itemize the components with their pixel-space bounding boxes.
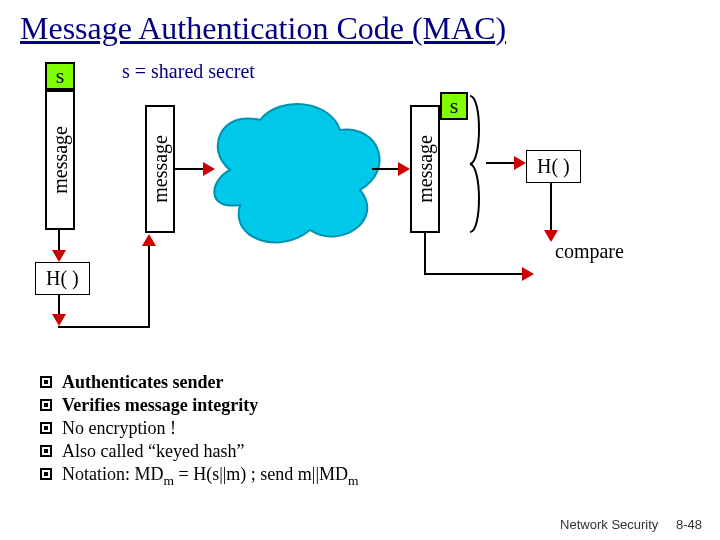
mac-diagram: s = shared secret s message H( ) message… (0, 50, 720, 330)
arrow-left-down-head (52, 250, 66, 262)
bullet-marker-icon (40, 422, 52, 434)
arrow-sender-h-down-head (52, 314, 66, 326)
bullet-item: Verifies message integrity (40, 395, 359, 416)
footer-right: 8-48 (676, 517, 702, 532)
footer-left: Network Security (560, 517, 658, 532)
message-label-recv: message (414, 135, 437, 203)
bullet-marker-icon (40, 468, 52, 480)
hash-box-receiver: H( ) (526, 150, 581, 183)
s-box-right: s (440, 92, 468, 120)
arrow-recv-msg-down (424, 233, 426, 273)
arrow-recv-h-down (550, 182, 552, 232)
bullet-marker-icon (40, 445, 52, 457)
bullet-list: Authenticates senderVerifies message int… (40, 370, 359, 491)
bullet-marker-icon (40, 399, 52, 411)
network-cloud-icon (200, 90, 390, 250)
s-label-right: s (450, 93, 459, 119)
bullet-item: Authenticates sender (40, 372, 359, 393)
message-box-left: message (45, 90, 75, 230)
bullet-item: No encryption ! (40, 418, 359, 439)
message-box-send: message (145, 105, 175, 233)
arrow-to-send-h (58, 326, 148, 328)
message-label-left: message (49, 126, 72, 194)
arrow-left-down (58, 230, 60, 252)
arrow-to-send-v (148, 236, 150, 328)
arrow-sender-h-down (58, 294, 60, 316)
subtitle: s = shared secret (122, 60, 255, 83)
message-label-send: message (149, 135, 172, 203)
arrow-to-recv-h-head (514, 156, 526, 170)
bullet-item: Notation: MDm = H(s||m) ; send m||MDm (40, 464, 359, 489)
bullet-text: No encryption ! (62, 418, 176, 439)
hash-box-sender: H( ) (35, 262, 90, 295)
message-box-recv: message (410, 105, 440, 233)
arrow-into-cloud (175, 168, 205, 170)
bullet-marker-icon (40, 376, 52, 388)
arrow-out-cloud (372, 168, 400, 170)
arrow-out-cloud-head (398, 162, 410, 176)
s-label-left: s (56, 63, 65, 89)
page-title: Message Authentication Code (MAC) (0, 0, 720, 57)
bullet-text: Notation: MDm = H(s||m) ; send m||MDm (62, 464, 359, 489)
bullet-text: Authenticates sender (62, 372, 223, 393)
arrow-to-send-head (142, 234, 156, 246)
s-box-left: s (45, 62, 75, 90)
arrow-into-cloud-head (203, 162, 215, 176)
compare-label: compare (555, 240, 624, 263)
arrow-to-recv-h (486, 162, 516, 164)
footer: Network Security 8-48 (546, 517, 702, 532)
bullet-text: Also called “keyed hash” (62, 441, 244, 462)
bullet-item: Also called “keyed hash” (40, 441, 359, 462)
arrow-recv-msg-right (424, 273, 524, 275)
bullet-text: Verifies message integrity (62, 395, 258, 416)
group-bracket-icon (468, 94, 486, 234)
arrow-recv-msg-head (522, 267, 534, 281)
